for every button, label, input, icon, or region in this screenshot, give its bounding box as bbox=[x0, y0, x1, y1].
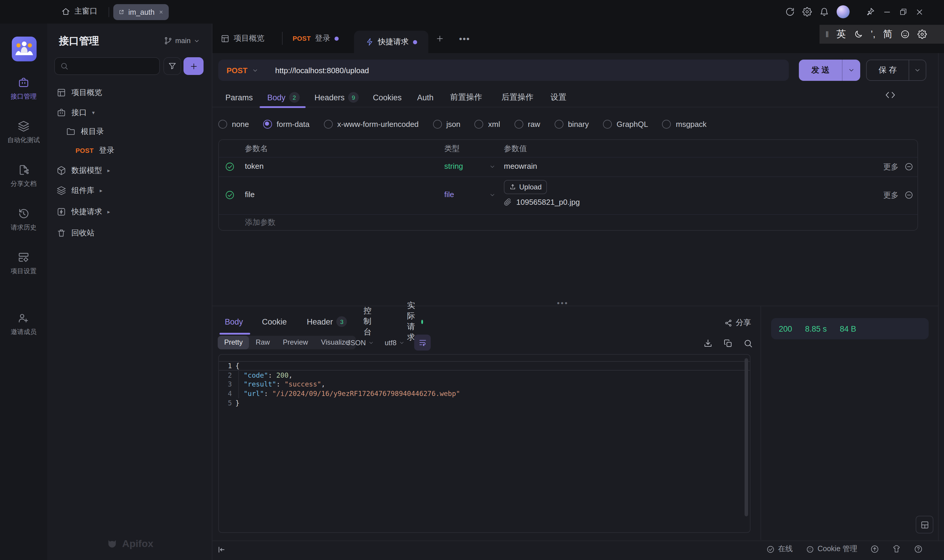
filter-button[interactable] bbox=[163, 57, 181, 75]
search-input[interactable] bbox=[72, 62, 154, 71]
radio-binary[interactable]: binary bbox=[554, 120, 589, 128]
tab-headers[interactable]: Headers 9 bbox=[314, 87, 359, 108]
tab-response-header[interactable]: Header 3 bbox=[307, 312, 347, 332]
code-view-icon[interactable] bbox=[885, 90, 896, 100]
param-name-cell[interactable]: token bbox=[245, 162, 264, 171]
url-input[interactable] bbox=[274, 65, 781, 75]
ime-simplified-chinese[interactable]: 简 bbox=[883, 28, 893, 40]
mode-raw[interactable]: Raw bbox=[249, 336, 277, 349]
param-value-cell[interactable]: meowrain bbox=[504, 162, 537, 171]
refresh-icon[interactable] bbox=[785, 7, 795, 17]
tree-item-data-models[interactable]: 数据模型 ▸ bbox=[47, 162, 212, 179]
rail-item-invite-members[interactable]: 邀请成员 bbox=[0, 312, 47, 336]
caret-collapsed-icon[interactable]: ▸ bbox=[100, 188, 102, 194]
close-window-icon[interactable] bbox=[915, 8, 924, 16]
tab-post-processors[interactable]: 后置操作 bbox=[501, 87, 533, 108]
format-dropdown[interactable]: JSON bbox=[347, 336, 374, 349]
minimize-icon[interactable] bbox=[883, 8, 892, 16]
rail-item-request-history[interactable]: 请求历史 bbox=[0, 208, 47, 232]
rail-item-project-settings[interactable]: 项目设置 bbox=[0, 251, 47, 275]
tab-pre-processors[interactable]: 前置操作 bbox=[450, 87, 482, 108]
tab-actual-request[interactable]: 实际请求 bbox=[407, 312, 423, 332]
document-tab-im-auth[interactable]: im_auth bbox=[113, 4, 169, 20]
download-response-icon[interactable] bbox=[703, 339, 713, 348]
remove-row-icon[interactable] bbox=[904, 162, 913, 171]
tab-project-overview[interactable]: 项目概览 bbox=[221, 24, 264, 53]
panel-split-divider[interactable] bbox=[212, 306, 938, 306]
tree-item-recycle-bin[interactable]: 回收站 bbox=[47, 224, 212, 242]
radio-none[interactable]: none bbox=[218, 120, 249, 128]
send-options-chevron-icon[interactable] bbox=[848, 67, 855, 74]
tab-body[interactable]: Body 2 bbox=[267, 87, 300, 108]
caret-expanded-icon[interactable]: ▾ bbox=[92, 110, 95, 115]
online-status[interactable]: 在线 bbox=[766, 544, 793, 554]
collapse-sidebar-icon[interactable] bbox=[217, 545, 226, 554]
rail-item-api-management[interactable]: 接口管理 bbox=[0, 77, 47, 101]
project-logo[interactable] bbox=[12, 37, 37, 62]
radio-graphql[interactable]: GraphQL bbox=[603, 120, 648, 128]
word-wrap-toggle[interactable] bbox=[414, 335, 431, 351]
tree-item-quick-requests[interactable]: 快捷请求 ▸ bbox=[47, 203, 212, 221]
tree-item-root-folder[interactable]: 根目录 bbox=[47, 123, 212, 140]
param-type-cell[interactable]: string bbox=[444, 162, 463, 171]
tab-params[interactable]: Params bbox=[225, 87, 253, 108]
tab-login-endpoint[interactable]: POST 登录 bbox=[293, 24, 339, 53]
share-response-button[interactable]: 分享 bbox=[724, 317, 751, 328]
help-icon[interactable] bbox=[914, 545, 923, 554]
row-enabled-check-icon[interactable] bbox=[225, 162, 235, 172]
tab-console[interactable]: 控制台 bbox=[363, 312, 371, 332]
main-window-button[interactable]: 主窗口 bbox=[61, 6, 97, 17]
ime-grip[interactable]: ‖ bbox=[826, 29, 829, 39]
tab-response-cookie[interactable]: Cookie bbox=[262, 312, 287, 332]
settings-gear-icon[interactable] bbox=[803, 7, 812, 17]
pin-window-icon[interactable] bbox=[866, 7, 875, 17]
method-chevron-down-icon[interactable] bbox=[252, 67, 259, 74]
response-body-editor[interactable]: 1{ 2 "code": 200, 3 "result": "success",… bbox=[218, 354, 750, 533]
encoding-dropdown[interactable]: utf8 bbox=[385, 336, 405, 349]
split-drag-handle[interactable]: ••• bbox=[557, 298, 569, 308]
new-tab-button[interactable] bbox=[435, 24, 444, 53]
tree-item-component-library[interactable]: 组件库 ▸ bbox=[47, 182, 212, 200]
remove-row-icon[interactable] bbox=[904, 191, 913, 200]
emoji-smile-icon[interactable] bbox=[900, 29, 910, 39]
tree-item-api-group[interactable]: 接口 ▾ bbox=[47, 104, 212, 122]
moon-icon[interactable] bbox=[854, 29, 863, 39]
mode-preview[interactable]: Preview bbox=[277, 336, 314, 349]
method-selector-value[interactable]: POST bbox=[226, 66, 248, 75]
mode-pretty-active[interactable]: Pretty bbox=[218, 336, 249, 349]
ime-language-en[interactable]: 英 bbox=[836, 28, 846, 40]
editor-scrollbar[interactable] bbox=[744, 358, 748, 516]
maximize-icon[interactable] bbox=[899, 8, 907, 16]
search-in-response-icon[interactable] bbox=[743, 339, 753, 348]
branch-selector[interactable]: main bbox=[164, 37, 200, 45]
row-more-button[interactable]: 更多 bbox=[883, 190, 899, 201]
copy-response-icon[interactable] bbox=[723, 339, 733, 348]
param-name-cell[interactable]: file bbox=[245, 190, 255, 199]
rail-item-share-docs[interactable]: 分享文档 bbox=[0, 164, 47, 188]
tab-response-body[interactable]: Body bbox=[225, 312, 243, 332]
row-enabled-check-icon[interactable] bbox=[225, 190, 235, 200]
upgrade-arrow-icon[interactable] bbox=[870, 545, 879, 554]
search-box[interactable] bbox=[54, 57, 160, 75]
radio-raw[interactable]: raw bbox=[514, 120, 540, 128]
layout-toggle-button[interactable] bbox=[916, 516, 933, 534]
save-options-chevron-icon[interactable] bbox=[914, 67, 921, 74]
radio-json[interactable]: json bbox=[433, 120, 461, 128]
rail-item-automated-testing[interactable]: 自动化测试 bbox=[0, 120, 47, 145]
tab-quick-request-active[interactable]: 快捷请求 bbox=[354, 31, 428, 53]
radio-x-www-form-urlencoded[interactable]: x-www-form-urlencoded bbox=[324, 120, 418, 128]
tree-item-login-endpoint[interactable]: POST 登录 bbox=[47, 142, 212, 159]
user-avatar[interactable] bbox=[836, 5, 850, 18]
radio-xml[interactable]: xml bbox=[475, 120, 500, 128]
cookie-manager-button[interactable]: Cookie 管理 bbox=[806, 544, 857, 554]
theme-tshirt-icon[interactable] bbox=[892, 545, 901, 554]
tab-request-settings[interactable]: 设置 bbox=[550, 87, 566, 108]
ime-settings-gear-icon[interactable] bbox=[918, 29, 927, 39]
uploaded-file-chip[interactable]: 109565821_p0.jpg bbox=[504, 198, 580, 206]
caret-collapsed-icon[interactable]: ▸ bbox=[108, 168, 110, 174]
send-button[interactable]: 发 送 bbox=[799, 60, 860, 81]
param-type-cell[interactable]: file bbox=[444, 190, 454, 199]
notifications-bell-icon[interactable] bbox=[819, 7, 829, 17]
radio-form-data-selected[interactable]: form-data bbox=[263, 120, 309, 128]
ime-punctuation-mode[interactable]: ’, bbox=[871, 29, 876, 40]
